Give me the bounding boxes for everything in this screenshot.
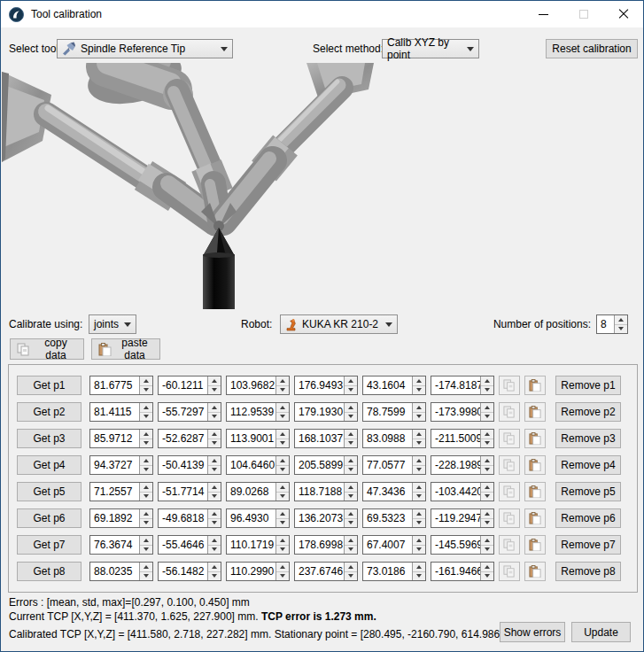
joint-6-spinbox[interactable]: -174.8187 bbox=[431, 376, 494, 395]
spin-up-button[interactable] bbox=[345, 536, 357, 545]
joint-3-spinbox[interactable]: 110.2990 bbox=[226, 562, 290, 581]
spin-down-button[interactable] bbox=[481, 412, 493, 422]
spin-down-button[interactable] bbox=[208, 439, 221, 448]
get-position-button[interactable]: Get p1 bbox=[17, 376, 81, 395]
paste-row-button[interactable] bbox=[524, 562, 546, 581]
joint-5-spinbox[interactable]: 67.4007 bbox=[362, 535, 426, 555]
remove-position-button[interactable]: Remove p7 bbox=[555, 535, 621, 555]
joint-2-spinbox[interactable]: -55.4646 bbox=[158, 535, 221, 555]
paste-row-button[interactable] bbox=[524, 482, 546, 501]
joint-5-spinbox[interactable]: 43.1604 bbox=[362, 376, 426, 395]
select-method-dropdown[interactable]: Calib XYZ by point bbox=[382, 39, 479, 58]
spin-down-button[interactable] bbox=[208, 571, 221, 581]
remove-position-button[interactable]: Remove p8 bbox=[555, 562, 621, 581]
spin-up-button[interactable] bbox=[481, 536, 493, 545]
joint-2-spinbox[interactable]: -50.4139 bbox=[158, 455, 221, 475]
joint-3-spinbox[interactable]: 113.9001 bbox=[226, 429, 290, 448]
copy-row-button[interactable] bbox=[499, 562, 520, 581]
paste-row-button[interactable] bbox=[524, 508, 546, 528]
joint-5-spinbox[interactable]: 83.0988 bbox=[362, 429, 426, 448]
tool-3d-viewport[interactable] bbox=[2, 63, 642, 314]
spin-down-button[interactable] bbox=[276, 492, 289, 501]
maximize-button[interactable] bbox=[563, 1, 603, 27]
joint-1-spinbox[interactable]: 88.0235 bbox=[89, 562, 153, 581]
minimize-button[interactable] bbox=[524, 1, 563, 27]
joint-1-spinbox[interactable]: 76.3674 bbox=[89, 535, 153, 555]
spin-down-button[interactable] bbox=[345, 439, 357, 448]
joint-6-spinbox[interactable]: -145.5969 bbox=[431, 535, 494, 555]
paste-row-button[interactable] bbox=[524, 376, 546, 395]
paste-row-button[interactable] bbox=[524, 429, 546, 448]
spin-up-button[interactable] bbox=[413, 509, 425, 518]
joint-6-spinbox[interactable]: -173.9980 bbox=[431, 402, 494, 422]
joint-6-spinbox[interactable]: -228.1989 bbox=[431, 455, 494, 475]
spin-up-button[interactable] bbox=[140, 509, 152, 518]
get-position-button[interactable]: Get p8 bbox=[17, 562, 81, 581]
joint-4-spinbox[interactable]: 136.2073 bbox=[294, 508, 358, 528]
spin-up-button[interactable] bbox=[140, 563, 152, 571]
spin-down-button[interactable] bbox=[345, 412, 357, 422]
joint-3-spinbox[interactable]: 110.1719 bbox=[226, 535, 290, 555]
joint-1-spinbox[interactable]: 85.9712 bbox=[89, 429, 153, 448]
spin-up-button[interactable] bbox=[208, 483, 221, 492]
joint-3-spinbox[interactable]: 112.9539 bbox=[226, 402, 290, 422]
get-position-button[interactable]: Get p2 bbox=[17, 402, 81, 422]
joint-4-spinbox[interactable]: 168.1037 bbox=[294, 429, 358, 448]
joint-6-spinbox[interactable]: -119.2947 bbox=[431, 508, 494, 528]
remove-position-button[interactable]: Remove p2 bbox=[555, 402, 621, 422]
joint-5-spinbox[interactable]: 77.0577 bbox=[362, 455, 426, 475]
spin-up-button[interactable] bbox=[345, 483, 357, 492]
spin-down-button[interactable] bbox=[140, 492, 152, 501]
spin-down-button[interactable] bbox=[140, 518, 152, 528]
get-position-button[interactable]: Get p3 bbox=[17, 429, 81, 448]
spin-down-button[interactable] bbox=[345, 518, 357, 528]
spin-up-button[interactable] bbox=[208, 536, 221, 545]
joint-6-spinbox[interactable]: -211.5009 bbox=[431, 429, 494, 448]
joint-3-spinbox[interactable]: 89.0268 bbox=[226, 482, 290, 501]
spin-down-button[interactable] bbox=[413, 412, 425, 422]
spin-up-button[interactable] bbox=[140, 456, 152, 465]
spin-down-button[interactable] bbox=[481, 492, 493, 501]
show-errors-button[interactable]: Show errors bbox=[500, 622, 565, 642]
spin-up-button[interactable] bbox=[208, 376, 221, 385]
joint-4-spinbox[interactable]: 237.6746 bbox=[294, 562, 358, 581]
spin-down-button[interactable] bbox=[413, 465, 425, 475]
spin-down-button[interactable] bbox=[345, 571, 357, 581]
spin-up-button[interactable] bbox=[276, 376, 289, 385]
joint-1-spinbox[interactable]: 81.4115 bbox=[89, 402, 153, 422]
spin-up-button[interactable] bbox=[276, 563, 289, 571]
spin-up-button[interactable] bbox=[276, 509, 289, 518]
joint-2-spinbox[interactable]: -49.6818 bbox=[158, 508, 221, 528]
spin-down-button[interactable] bbox=[276, 465, 289, 475]
calibrate-using-dropdown[interactable]: joints bbox=[89, 314, 136, 334]
copy-row-button[interactable] bbox=[499, 508, 520, 528]
spin-up-button[interactable] bbox=[345, 563, 357, 571]
joint-1-spinbox[interactable]: 81.6775 bbox=[89, 376, 153, 395]
spin-up-button[interactable] bbox=[413, 456, 425, 465]
spin-down-button[interactable] bbox=[208, 545, 221, 555]
spin-down-button[interactable] bbox=[413, 385, 425, 395]
spin-down-button[interactable] bbox=[140, 465, 152, 475]
spin-down-button[interactable] bbox=[140, 545, 152, 555]
copy-data-button[interactable]: copy data bbox=[10, 338, 84, 360]
num-positions-spinbox[interactable]: 8 bbox=[596, 314, 628, 334]
spin-down-button[interactable] bbox=[481, 518, 493, 528]
spin-up-button[interactable] bbox=[413, 536, 425, 545]
spin-up-button[interactable] bbox=[481, 509, 493, 518]
joint-1-spinbox[interactable]: 71.2557 bbox=[89, 482, 153, 501]
spin-down-button[interactable] bbox=[208, 412, 221, 422]
spin-up-button[interactable] bbox=[413, 563, 425, 571]
joint-3-spinbox[interactable]: 104.6460 bbox=[226, 455, 290, 475]
update-button[interactable]: Update bbox=[571, 622, 631, 642]
spin-up-button[interactable] bbox=[276, 483, 289, 492]
spin-down-button[interactable] bbox=[413, 492, 425, 501]
joint-5-spinbox[interactable]: 78.7599 bbox=[362, 402, 426, 422]
spin-down-button[interactable] bbox=[413, 439, 425, 448]
spin-up-button[interactable] bbox=[345, 376, 357, 385]
spin-down-button[interactable] bbox=[140, 571, 152, 581]
joint-4-spinbox[interactable]: 178.6998 bbox=[294, 535, 358, 555]
spin-down-button[interactable] bbox=[140, 439, 152, 448]
reset-calibration-button[interactable]: Reset calibration bbox=[546, 39, 638, 58]
spin-up-button[interactable] bbox=[345, 403, 357, 412]
spin-up-button[interactable] bbox=[481, 483, 493, 492]
